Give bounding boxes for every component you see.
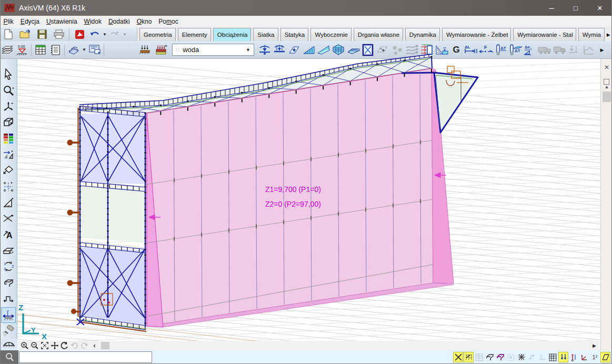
loads-display-toggle-icon[interactable]: ∫: [537, 352, 547, 362]
menu-okno[interactable]: Okno: [133, 16, 155, 27]
maximize-button[interactable]: □: [564, 0, 588, 16]
combo-dropdown-arrow[interactable]: ▼: [246, 47, 250, 53]
save-button[interactable]: [34, 27, 51, 42]
snow-load-button[interactable]: [390, 43, 405, 57]
support-displacement-button[interactable]: Δet: [523, 43, 537, 57]
self-weight-button[interactable]: G: [449, 43, 464, 57]
structural-grid-button[interactable]: [1, 211, 16, 227]
layers-button[interactable]: [0, 43, 15, 57]
workplane-toggle-icon[interactable]: [485, 352, 495, 362]
selection-tool-button[interactable]: [1, 66, 16, 83]
menu-dodatki[interactable]: Dodatki: [105, 16, 133, 27]
wind-load-button[interactable]: [405, 43, 419, 57]
tab-wyboczenie[interactable]: Wyboczenie: [310, 28, 351, 41]
thermal-load-beam-button[interactable]: ΔT: [493, 43, 508, 57]
move-points-button[interactable]: [1, 163, 16, 179]
redo-dropdown[interactable]: ▼: [122, 32, 128, 37]
menu-plik[interactable]: Plik: [0, 16, 17, 27]
color-coding-button[interactable]: [1, 130, 16, 147]
menu-ustawienia[interactable]: Ustawienia: [43, 16, 81, 27]
bridge-tool-button[interactable]: [0, 339, 17, 350]
surface-load-button[interactable]: [331, 43, 346, 57]
workplanes-button[interactable]: [1, 115, 16, 131]
symbols-toggle-icon[interactable]: [516, 352, 526, 362]
load-display-toggle-icon[interactable]: [558, 352, 568, 362]
node-modify-button[interactable]: [1, 179, 16, 195]
zoom-tool-button[interactable]: [1, 83, 16, 99]
exponent-display-icon[interactable]: 1²: [590, 352, 600, 362]
scroll-left-button[interactable]: ‹: [89, 341, 99, 350]
load-case-combobox[interactable]: ⁙ woda ▼: [172, 44, 254, 56]
moving-load-truck-button[interactable]: [537, 43, 552, 57]
view-close-icon[interactable]: ✕: [603, 63, 611, 72]
perspective-toggle-icon[interactable]: [600, 352, 610, 362]
menu-pomoc[interactable]: Pomoc: [155, 16, 182, 27]
print-button[interactable]: [51, 27, 67, 42]
views-tool-button[interactable]: [1, 98, 16, 115]
member-load-button[interactable]: [272, 43, 287, 57]
domain-load-button[interactable]: [346, 43, 360, 57]
fluid-load-button[interactable]: [434, 43, 449, 57]
order-tool-button[interactable]: 123: [1, 259, 16, 275]
find-tool-button[interactable]: [1, 323, 16, 339]
scroll-up-icon[interactable]: ▲: [603, 84, 610, 90]
tab-wymia[interactable]: Wymia: [578, 28, 605, 41]
loads-toolbar-overflow[interactable]: ▶: [596, 44, 608, 56]
table-browser-button[interactable]: [33, 43, 48, 57]
grid-snap-toggle-icon[interactable]: [464, 352, 474, 362]
undo-button[interactable]: [88, 28, 102, 41]
sections-tool-button[interactable]: [1, 291, 16, 307]
pdf-export-button[interactable]: [71, 27, 88, 42]
rotate-view-button[interactable]: [59, 341, 69, 350]
edge-load-button[interactable]: [287, 43, 302, 57]
mesh-display-toggle-icon[interactable]: [548, 352, 558, 362]
pan-button[interactable]: [49, 341, 59, 350]
zoom-fit-button[interactable]: [39, 341, 49, 350]
undo-view-button[interactable]: [69, 341, 79, 350]
tab-dynamika[interactable]: Dynamika: [405, 28, 440, 41]
ramp-load-button[interactable]: [302, 43, 316, 57]
moving-load-train-button[interactable]: [552, 43, 567, 57]
vertical-scrollbar-thumb[interactable]: [603, 92, 611, 102]
report-maker-button[interactable]: [48, 43, 63, 57]
scroll-right-button[interactable]: ►: [591, 342, 597, 349]
dimension-tool-button[interactable]: [1, 195, 16, 211]
zoom-out-button[interactable]: [29, 341, 39, 350]
tab-drgania-w-asne[interactable]: Drgania własne: [354, 28, 403, 41]
axes-display-toggle-icon[interactable]: [579, 352, 589, 362]
fabrication-error-load-button[interactable]: ΔL: [464, 43, 478, 57]
elevation-level-button[interactable]: 0.00: [15, 43, 29, 57]
pressure-load-button[interactable]: [419, 43, 434, 57]
open-file-button[interactable]: [17, 27, 34, 42]
load-diagram-button[interactable]: ∫: [1, 307, 16, 323]
load-panel-button[interactable]: [360, 43, 375, 57]
seismic-load-button[interactable]: [581, 43, 596, 57]
horizontal-scrollbar-thumb[interactable]: [101, 342, 109, 349]
dynamic-nodal-load-button[interactable]: [567, 43, 581, 57]
display-options-button[interactable]: [87, 43, 102, 57]
tab-overflow-arrow[interactable]: ▶: [605, 28, 612, 41]
minimize-button[interactable]: ─: [539, 0, 564, 16]
search-box[interactable]: [0, 350, 18, 364]
tension-force-load-button[interactable]: F: [478, 43, 493, 57]
surface-ramp-load-button[interactable]: [316, 43, 331, 57]
renumber-button[interactable]: [1, 243, 16, 259]
annotation-tool-button[interactable]: A: [1, 227, 16, 243]
geometry-transform-button[interactable]: [1, 147, 16, 163]
tab-elementy[interactable]: Elementy: [178, 28, 211, 41]
nodal-load-button[interactable]: [257, 43, 272, 57]
domain-display-icon[interactable]: [506, 352, 516, 362]
menu-widok[interactable]: Widok: [81, 16, 105, 27]
reactions-toggle-icon[interactable]: [569, 352, 579, 362]
tab-statyka[interactable]: Statyka: [280, 28, 309, 41]
load-cases-button[interactable]: [136, 43, 154, 57]
command-input[interactable]: [19, 351, 152, 363]
tab-wymiarowanie-elbet[interactable]: Wymiarowanie - Żelbet: [442, 28, 511, 41]
zoom-in-button[interactable]: [19, 341, 29, 350]
library-button[interactable]: [66, 43, 81, 57]
undo-dropdown[interactable]: ▼: [102, 32, 108, 37]
tab-geometria[interactable]: Geometria: [139, 28, 176, 41]
moving-load-button[interactable]: [375, 43, 390, 57]
table-toggle-icon[interactable]: [474, 352, 484, 362]
close-button[interactable]: ✕: [588, 0, 612, 16]
